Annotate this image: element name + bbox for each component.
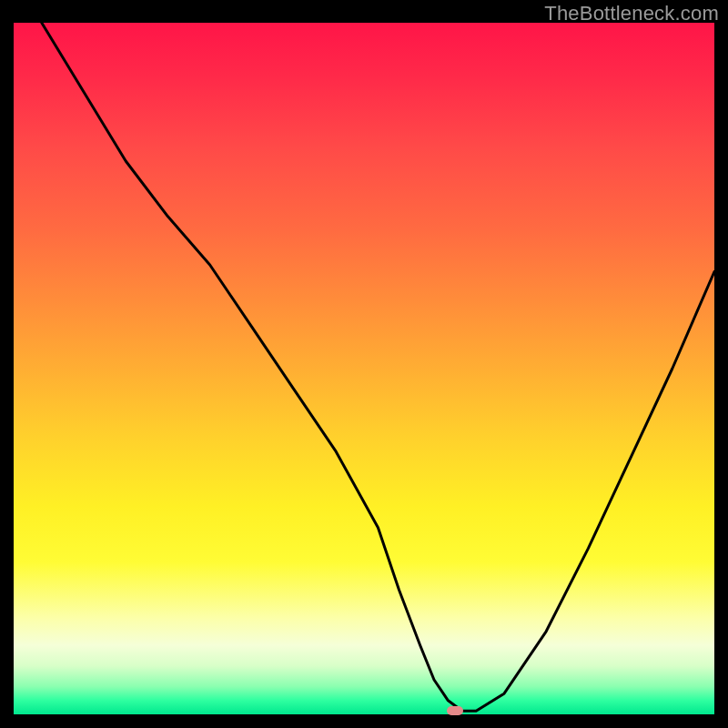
optimal-point-marker [447,706,463,715]
chart-frame: TheBottleneck.com [0,0,728,728]
heat-gradient-background [14,23,714,714]
plot-area [14,23,714,714]
